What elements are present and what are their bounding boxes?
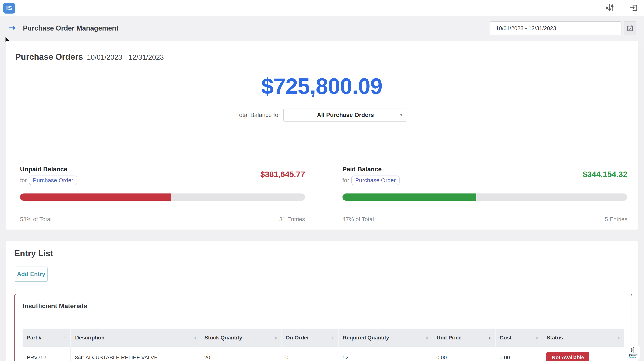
paid-percent-label: 47% of Total (342, 216, 374, 223)
paid-entries-label: 5 Entries (605, 216, 628, 223)
sort-icon (425, 335, 428, 341)
col-description[interactable]: Description (71, 329, 200, 347)
calendar-button[interactable] (624, 21, 636, 35)
sort-icon (64, 335, 66, 341)
app-logo[interactable]: IS (3, 3, 15, 13)
paid-amount: $344,154.32 (583, 170, 628, 179)
cell-description: 3/4" ADJUSTABLE RELIEF VALVE (71, 347, 200, 361)
for-label: for (20, 177, 27, 184)
summary-date-range: 10/01/2023 - 12/31/2023 (87, 53, 164, 61)
unpaid-amount: $381,645.77 (260, 170, 305, 179)
filters-icon[interactable] (605, 4, 614, 12)
sort-icon (332, 335, 334, 341)
card-title: Paid Balance (342, 166, 400, 173)
sort-icon (193, 335, 196, 341)
sort-asc-icon (488, 335, 491, 341)
cell-required-quantity: 52 (338, 347, 432, 361)
cell-status: Not Available (542, 347, 624, 361)
materials-table: Part # Description Stock Quantity On Ord… (22, 329, 624, 361)
scope-select[interactable]: All Purchase Orders (283, 109, 407, 122)
sort-icon (618, 335, 620, 341)
paid-balance-card: Paid Balance for Purchase Order $344,154… (323, 146, 638, 230)
col-status[interactable]: Status (542, 329, 624, 347)
page-header: Purchase Order Management 10/01/2023 - 1… (0, 16, 644, 41)
summary-title: Purchase Orders (15, 52, 83, 62)
page-title: Purchase Order Management (23, 24, 118, 32)
scope-select-value: All Purchase Orders (317, 112, 374, 118)
paid-progress-bar (342, 193, 628, 201)
unpaid-progress-fill (20, 193, 171, 201)
purchase-orders-panel: Purchase Orders 10/01/2023 - 12/31/2023 … (6, 41, 638, 230)
add-entry-button[interactable]: Add Entry (15, 267, 48, 282)
cell-part-number: PRV757 (22, 347, 71, 361)
unpaid-balance-card: Unpaid Balance for Purchase Order $381,6… (6, 146, 323, 230)
entry-list-panel: Entry List Add Entry Insufficient Materi… (6, 241, 638, 361)
for-label: for (342, 177, 349, 184)
unpaid-entries-label: 31 Entries (279, 216, 305, 223)
entry-list-title: Entry List (6, 241, 638, 258)
table-row[interactable]: PRV757 3/4" ADJUSTABLE RELIEF VALVE 20 0… (22, 347, 624, 361)
unpaid-progress-bar (20, 193, 305, 201)
top-bar: IS (0, 0, 644, 16)
unpaid-percent-label: 53% of Total (20, 216, 52, 223)
cell-stock-quantity: 20 (200, 347, 281, 361)
cell-unit-price: 0.00 (432, 347, 495, 361)
sort-icon (535, 335, 538, 341)
col-stock-quantity[interactable]: Stock Quantity (200, 329, 281, 347)
total-balance-label: Total Balance for (236, 112, 280, 118)
sort-icon (274, 335, 277, 341)
purchase-order-pill[interactable]: Purchase Order (352, 176, 400, 185)
status-badge: Not Available (546, 352, 590, 361)
col-cost[interactable]: Cost (495, 329, 542, 347)
col-on-order[interactable]: On Order (281, 329, 338, 347)
chevron-down-icon (400, 112, 402, 118)
purchase-order-pill[interactable]: Purchase Order (29, 176, 77, 185)
date-range-input[interactable]: 10/01/2023 - 12/31/2023 (490, 21, 622, 35)
card-title: Unpaid Balance (20, 166, 77, 173)
table-header-row: Part # Description Stock Quantity On Ord… (22, 329, 624, 347)
cell-on-order: 0 (281, 347, 338, 361)
total-balance-amount: $725,800.09 (6, 73, 638, 99)
col-unit-price[interactable]: Unit Price (432, 329, 495, 347)
breadcrumb-arrow-icon[interactable] (8, 25, 16, 32)
cell-cost: 0.00 (495, 347, 542, 361)
insufficient-materials-panel: Insufficient Materials Part # Descriptio… (14, 294, 632, 361)
insufficient-materials-title: Insufficient Materials (15, 294, 632, 310)
col-required-quantity[interactable]: Required Quantity (338, 329, 432, 347)
industry-software-watermark: Industry Software (627, 346, 640, 359)
logout-icon[interactable] (629, 4, 638, 12)
col-part-number[interactable]: Part # (22, 329, 71, 347)
paid-progress-fill (342, 193, 476, 201)
